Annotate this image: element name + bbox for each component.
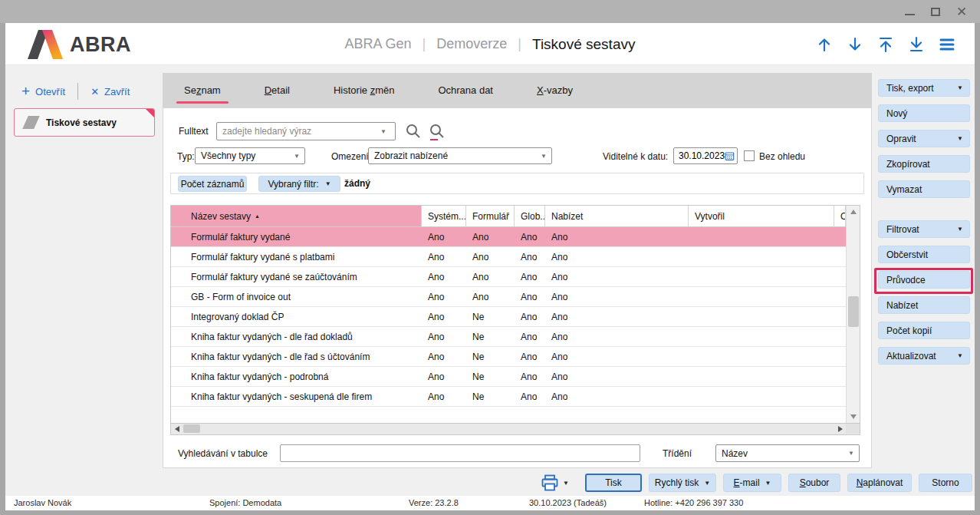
table-row[interactable]: Kniha faktur vydaných - dle řad s účtová… [171, 347, 846, 367]
column-header-nabizet[interactable]: Nabízet [545, 206, 689, 226]
table-search-input[interactable] [280, 444, 640, 462]
horizontal-scrollbar-thumb[interactable] [183, 424, 200, 433]
side-button-tisk-export[interactable]: Tisk, export▼ [878, 79, 970, 97]
table-row[interactable]: Kniha faktur vydaných - podrobnáAnoNeAno… [171, 367, 846, 387]
tab-x-vazby[interactable]: X-vazby [535, 80, 574, 101]
side-button-novy[interactable]: Nový [878, 104, 970, 122]
column-header-glob[interactable]: Glob... [515, 206, 545, 226]
regardless-checkbox[interactable] [744, 150, 755, 161]
type-select[interactable]: Všechny typy ▼ [195, 147, 305, 164]
table-cell: Ano [422, 387, 466, 406]
column-header-nazev-sestavy[interactable]: Název sestavy▲ [171, 206, 422, 226]
table-row[interactable]: Kniha faktur vydaných - dle řad dokladůA… [171, 327, 846, 347]
table-body: Formulář faktury vydanéAnoAnoAnoAnoFormu… [171, 227, 846, 407]
sort-select[interactable]: Název ▼ [715, 444, 860, 462]
table-row[interactable]: GB - Form of invoice outAnoAnoAnoAno [171, 287, 846, 307]
tab-detail[interactable]: Detail [263, 80, 291, 101]
table-row[interactable]: Formulář faktury vydané s platbamiAnoAno… [171, 247, 846, 267]
breadcrumb-separator: | [423, 36, 426, 52]
horizontal-scrollbar[interactable] [170, 424, 860, 435]
titlebar: ✕ [0, 0, 980, 23]
abra-gen-window: ✕ ABRA ABRA Gen | Demoverze | Tiskové se [0, 0, 980, 515]
side-button-nabizet[interactable]: Nabízet [878, 296, 970, 314]
status-user: Jaroslav Novák [14, 498, 71, 507]
scroll-left-icon[interactable] [171, 424, 183, 434]
table-row[interactable]: Formulář faktury vydanéAnoAnoAnoAno [171, 227, 846, 247]
action-button-rychly-tisk[interactable]: Rychlý tisk▼ [649, 474, 716, 492]
search-in-list-icon[interactable] [427, 122, 447, 142]
app-name: ABRA Gen [345, 36, 412, 52]
table-cell: Ano [545, 287, 689, 306]
close-button[interactable]: ✕ Zavřít [83, 86, 137, 97]
menu-icon[interactable] [937, 35, 956, 54]
side-button-filtrovat[interactable]: Filtrovat▼ [878, 220, 970, 238]
arrow-to-bottom-icon[interactable] [906, 35, 926, 54]
tab-seznam[interactable]: Seznam [183, 80, 222, 101]
arrow-down-icon[interactable] [845, 35, 864, 54]
table-cell [834, 367, 846, 386]
table-cell: Ano [545, 267, 689, 286]
vertical-scrollbar[interactable] [846, 206, 860, 423]
restriction-select[interactable]: Zobrazit nabízené ▼ [368, 147, 552, 164]
table-row[interactable]: Integrovaný doklad ČPAnoNeAnoAno [171, 307, 846, 327]
table-row[interactable]: Formulář faktury vydané se zaúčtovánímAn… [171, 267, 846, 287]
tab-ochrana-dat[interactable]: Ochrana dat [436, 80, 495, 101]
visible-date-input[interactable]: 30.10.2023 [673, 147, 738, 164]
side-button-vymazat[interactable]: Vymazat [878, 180, 970, 198]
side-button-aktualizovat[interactable]: Aktualizovat▼ [878, 347, 970, 365]
action-bar: ▼ TiskRychlý tisk▼E-mail▼SouborNaplánova… [537, 473, 972, 493]
page-title: Tiskové sestavy [532, 36, 635, 53]
vertical-scrollbar-thumb[interactable] [848, 296, 859, 327]
record-count-button[interactable]: Počet záznamů [178, 176, 247, 192]
action-button-soubor[interactable]: Soubor [788, 474, 840, 492]
reports-table: Název sestavy▲Systém...FormulářGlob...Na… [170, 205, 860, 424]
arrow-up-icon[interactable] [814, 35, 834, 54]
table-cell: Ano [545, 227, 689, 246]
print-settings-button[interactable]: ▼ [541, 474, 569, 491]
table-cell: Ano [466, 247, 515, 266]
visible-date-label: Viditelné k datu: [603, 151, 668, 162]
selected-filter-button[interactable]: Vybraný filtr: ▼ [258, 176, 340, 192]
side-button-pocet-kopii[interactable]: Počet kopií [878, 322, 970, 339]
fulltext-input[interactable] [216, 122, 396, 140]
close-icon[interactable]: ✕ [954, 4, 969, 19]
table-cell: Formulář faktury vydané s platbami [171, 247, 422, 266]
status-version: Verze: 23.2.8 [409, 498, 459, 507]
scroll-up-icon[interactable] [847, 206, 860, 218]
action-button-naplanovat[interactable]: Naplánovat [847, 474, 912, 492]
arrow-to-top-icon[interactable] [876, 35, 895, 54]
column-header-system[interactable]: Systém... [422, 206, 466, 226]
scroll-down-icon[interactable] [847, 411, 860, 423]
table-row[interactable]: Kniha faktur vydaných - seskupená dle fi… [171, 387, 846, 407]
minimize-icon[interactable] [902, 4, 917, 19]
column-header-formular[interactable]: Formulář [466, 206, 515, 226]
scroll-right-icon[interactable] [834, 424, 846, 434]
calendar-icon[interactable] [725, 150, 735, 162]
side-button-zkopirovat[interactable]: Zkopírovat [878, 155, 970, 173]
tab-historie-zmen[interactable]: Historie změn [332, 80, 396, 101]
side-button-obcerstvit[interactable]: Občerstvit [878, 246, 970, 263]
side-button-label: Opravit [886, 134, 916, 144]
column-header-o[interactable]: O... [834, 206, 846, 226]
side-button-opravit[interactable]: Opravit▼ [878, 130, 970, 147]
action-button-e-mail[interactable]: E-mail▼ [723, 474, 781, 492]
column-header-vytvoril[interactable]: Vytvořil [689, 206, 834, 226]
table-cell: Formulář faktury vydané [171, 227, 422, 246]
table-cell: Ano [422, 227, 466, 246]
table-cell [834, 327, 846, 346]
table-cell: Ano [515, 307, 545, 326]
table-cell: Ano [515, 387, 545, 406]
open-agenda-tab[interactable]: Tiskové sestavy [14, 108, 155, 137]
chevron-down-icon: ▼ [957, 352, 963, 359]
action-button-tisk[interactable]: Tisk [585, 474, 642, 492]
maximize-icon[interactable] [928, 4, 943, 19]
action-button-storno[interactable]: Storno [919, 474, 972, 492]
side-button-pruvodce[interactable]: Průvodce [878, 271, 970, 289]
chevron-down-icon: ▼ [294, 153, 300, 160]
open-button[interactable]: + Otevřít [14, 85, 73, 98]
table-cell [834, 347, 846, 366]
table-cell: Ano [545, 307, 689, 326]
side-button-label: Zkopírovat [886, 159, 930, 170]
search-icon[interactable] [403, 122, 423, 142]
fulltext-label: Fulltext [179, 126, 209, 137]
